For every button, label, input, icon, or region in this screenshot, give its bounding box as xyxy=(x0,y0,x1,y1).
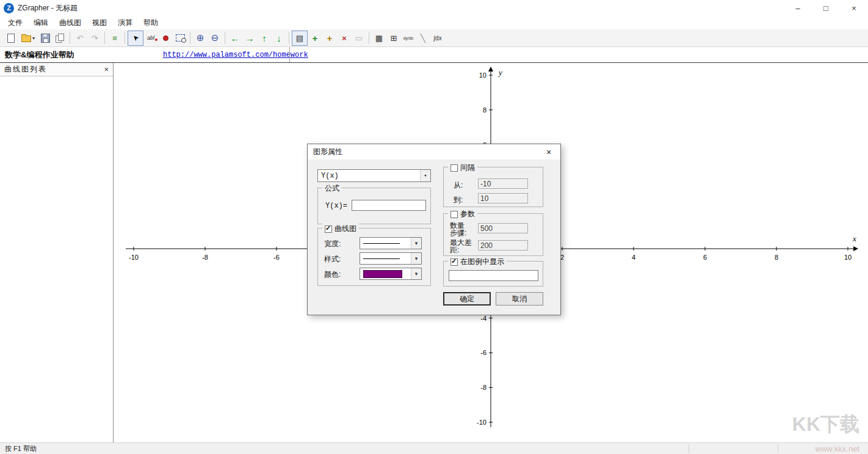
function-type-combobox[interactable]: Y(x) xyxy=(317,169,431,182)
checklist-icon: ≡ xyxy=(112,34,117,43)
status-help-text: 按 F1 帮助 xyxy=(5,444,37,453)
add-series-button[interactable]: + xyxy=(322,31,337,45)
svg-text:-8: -8 xyxy=(480,384,486,391)
dialog-body: Y(x) 公式 Y(x)= 曲线图 宽度: 样式: 颜色: xyxy=(308,159,560,314)
steps-input[interactable] xyxy=(478,223,528,233)
curve-groupbox: 曲线图 宽度: 样式: 颜色: xyxy=(317,228,431,286)
style-combobox[interactable] xyxy=(360,252,422,265)
maximize-button[interactable]: □ xyxy=(812,0,840,16)
curve-list-close-button[interactable]: × xyxy=(104,65,109,74)
pan-left-button[interactable]: ← xyxy=(228,31,242,45)
legend-checkbox[interactable] xyxy=(450,258,458,266)
params-group-legend: 参数 xyxy=(448,209,477,219)
delete-graph-button[interactable]: × xyxy=(337,31,352,45)
interval-checkbox[interactable] xyxy=(450,164,458,172)
color-combobox[interactable] xyxy=(360,268,422,280)
style-label: 样式: xyxy=(324,254,341,265)
legend-group-legend: 在图例中显示 xyxy=(448,257,507,267)
formula-field-label: Y(x)= xyxy=(325,202,347,210)
zoom-out-button[interactable]: ⊖ xyxy=(208,31,222,45)
undo-button[interactable]: ↶ xyxy=(73,31,87,45)
close-button[interactable]: × xyxy=(840,0,868,16)
select-tool-button[interactable]: ➤ xyxy=(128,31,143,46)
open-file-button[interactable]: ▾ xyxy=(18,31,38,45)
save-button[interactable] xyxy=(38,31,52,45)
menu-help[interactable]: 帮助 xyxy=(138,16,164,30)
svg-text:x: x xyxy=(852,234,856,243)
add-function-button[interactable]: + xyxy=(308,31,322,45)
pan-up-button[interactable]: ↑ xyxy=(257,31,272,45)
graph-list-icon: ▤ xyxy=(296,34,303,43)
calculator-button[interactable]: ⊞ xyxy=(386,31,401,45)
svg-text:-8: -8 xyxy=(202,254,208,261)
interval-from-input[interactable] xyxy=(478,178,528,189)
svg-text:4: 4 xyxy=(632,254,635,261)
pan-right-button[interactable]: → xyxy=(242,31,257,45)
properties-button[interactable]: ▭ xyxy=(352,31,366,45)
ok-button[interactable]: 确定 xyxy=(443,292,491,306)
zoom-in-button[interactable]: ⊕ xyxy=(193,31,208,45)
svg-text:-6: -6 xyxy=(273,254,280,261)
menu-file[interactable]: 文件 xyxy=(2,16,28,30)
pan-down-button[interactable]: ↓ xyxy=(272,31,286,45)
tangent-icon: ╲ xyxy=(421,34,425,43)
menu-view[interactable]: 视图 xyxy=(87,16,112,30)
params-groupbox: 参数 数量 步骤: 最大差 距: xyxy=(443,213,543,256)
gap-label-line2: 距: xyxy=(450,245,459,255)
function-type-value: Y(x) xyxy=(321,172,339,180)
interval-group-label: 间隔 xyxy=(460,163,475,173)
formula-groupbox: 公式 Y(x)= xyxy=(317,188,431,224)
app-logo-icon: Z xyxy=(4,3,14,13)
curve-checklist-button[interactable]: ≡ xyxy=(107,31,122,45)
redo-button[interactable]: ↷ xyxy=(87,31,102,45)
svg-text:8: 8 xyxy=(775,254,778,261)
undo-icon: ↶ xyxy=(77,34,84,43)
gap-input[interactable] xyxy=(478,240,528,251)
window-controls: – □ × xyxy=(784,0,868,16)
svg-text:8: 8 xyxy=(483,106,486,114)
svg-text:y: y xyxy=(497,68,502,77)
svg-text:-10: -10 xyxy=(477,419,486,426)
dialog-titlebar: 图形属性 × xyxy=(308,144,560,159)
point-tool-button[interactable] xyxy=(158,31,173,45)
copy-button[interactable] xyxy=(52,31,67,45)
toolbar-separator xyxy=(225,32,225,44)
cursor-icon: ➤ xyxy=(130,32,140,43)
window-title: ZGrapher - 无标题 xyxy=(18,3,78,13)
banner-divider xyxy=(289,47,290,62)
legend-text-input[interactable] xyxy=(449,270,538,281)
width-combobox[interactable] xyxy=(360,237,422,249)
style-line-preview xyxy=(363,258,400,259)
status-divider xyxy=(689,444,689,453)
menubar: 文件 编辑 曲线图 视图 演算 帮助 xyxy=(0,16,868,29)
formula-input[interactable] xyxy=(352,200,426,211)
calculator-icon: ⊞ xyxy=(391,34,397,43)
graph-list-panel-button[interactable]: ▤ xyxy=(292,31,308,46)
derivative-button[interactable]: dy/dx xyxy=(401,31,416,45)
menu-edit[interactable]: 编辑 xyxy=(28,16,54,30)
integral-button[interactable]: ∫dx xyxy=(430,31,445,45)
minimize-button[interactable]: – xyxy=(784,0,812,16)
arrow-right-icon: → xyxy=(245,33,255,43)
dialog-close-button[interactable]: × xyxy=(537,144,560,159)
new-file-button[interactable] xyxy=(4,31,18,45)
tangent-button[interactable]: ╲ xyxy=(416,31,430,45)
table-button[interactable]: ▦ xyxy=(372,31,386,45)
zoom-region-button[interactable] xyxy=(173,31,187,45)
zoom-in-icon: ⊕ xyxy=(197,32,204,43)
svg-text:-4: -4 xyxy=(480,315,486,322)
steps-label-line2: 步骤: xyxy=(450,228,466,238)
text-label-tool-button[interactable]: abl xyxy=(143,31,158,45)
params-checkbox[interactable] xyxy=(450,211,458,218)
menu-graph[interactable]: 曲线图 xyxy=(54,16,87,30)
svg-text:10: 10 xyxy=(479,71,486,79)
new-file-icon xyxy=(7,34,15,43)
curve-checkbox[interactable] xyxy=(325,225,332,233)
homework-link[interactable]: http://www.palamsoft.com/homework xyxy=(163,51,308,59)
curve-list-panel: 曲线图列表 × xyxy=(0,63,114,443)
properties-icon: ▭ xyxy=(355,34,363,43)
cancel-button[interactable]: 取消 xyxy=(496,292,543,306)
interval-to-input[interactable] xyxy=(478,193,528,203)
menu-calc[interactable]: 演算 xyxy=(112,16,138,30)
banner-title: 数学&编程作业帮助 xyxy=(5,49,74,60)
